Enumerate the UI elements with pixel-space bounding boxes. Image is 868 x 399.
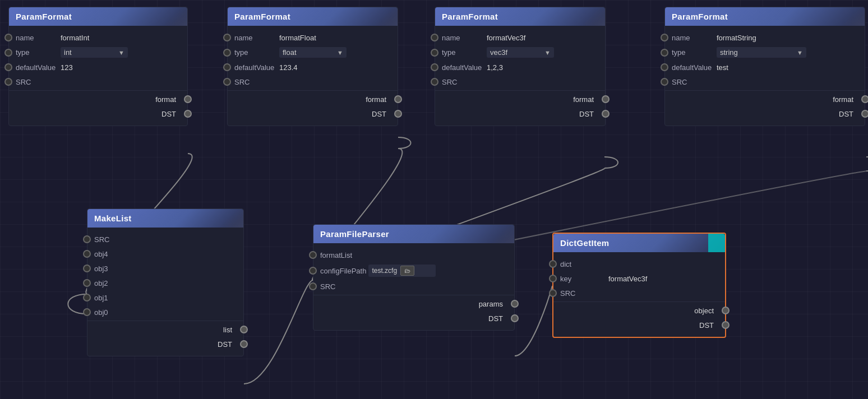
dictgetitem-key-row: key formatVec3f: [553, 271, 725, 286]
dictgetitem-key-port-left[interactable]: [549, 275, 557, 282]
paramformat4-type-dropdown[interactable]: string ▼: [717, 47, 806, 58]
paramformat1-type-dropdown[interactable]: int ▼: [61, 47, 128, 58]
paramformat1-name-port-left[interactable]: [4, 34, 12, 41]
paramformat3-format-row: format: [435, 92, 605, 106]
paramformat2-title: ParamFormat: [234, 12, 290, 21]
paramformat2-format-port-right[interactable]: [394, 95, 402, 103]
paramformat2-defaultvalue-port-left[interactable]: [223, 63, 231, 71]
paramformat2-dst-row: DST: [228, 106, 398, 121]
paramformat3-src-port-left[interactable]: [431, 78, 438, 86]
paramformat1-format-row: format: [9, 92, 187, 106]
paramformat4-header: ParamFormat: [665, 7, 865, 26]
dictgetitem-dict-port-left[interactable]: [549, 260, 557, 268]
paramfileparser-node: ParamFileParser formatList configFilePat…: [313, 224, 515, 331]
dictgetitem-dst-port-right[interactable]: [722, 321, 730, 329]
makelist-obj1-port-left[interactable]: [83, 294, 91, 301]
paramformat3-name-port-left[interactable]: [431, 34, 438, 41]
makelist-dst-port-right[interactable]: [240, 340, 248, 348]
paramformat1-type-port-left[interactable]: [4, 49, 12, 57]
paramformat4-defaultvalue-row: defaultValue test: [665, 60, 865, 75]
paramformat3-format-port-right[interactable]: [602, 95, 610, 103]
paramfileparser-src-row: SRC: [313, 279, 514, 294]
paramformat4-node: ParamFormat name formatString type strin…: [664, 7, 865, 126]
paramformat1-defaultvalue-port-left[interactable]: [4, 63, 12, 71]
makelist-src-port-left[interactable]: [83, 235, 91, 243]
paramformat2-dropdown-arrow: ▼: [337, 49, 343, 56]
paramformat3-defaultvalue-port-left[interactable]: [431, 63, 438, 71]
paramformat4-dst-port-right[interactable]: [861, 110, 868, 118]
dictgetitem-object-row: object: [553, 303, 725, 318]
paramfileparser-formatlist-row: formatList: [313, 248, 514, 262]
paramformat1-dropdown-arrow: ▼: [118, 49, 124, 56]
paramformat4-name-row: name formatString: [665, 30, 865, 45]
paramformat1-name-row: name formatInt: [9, 30, 187, 45]
paramformat2-src-port-left[interactable]: [223, 78, 231, 86]
paramformat1-header: ParamFormat: [9, 7, 187, 26]
paramformat3-type-port-left[interactable]: [431, 49, 438, 57]
paramformat2-name-port-left[interactable]: [223, 34, 231, 41]
paramformat2-src-row: SRC: [228, 75, 398, 89]
dictgetitem-header-teal: [708, 234, 725, 252]
paramformat2-dst-port-right[interactable]: [394, 110, 402, 118]
paramformat4-src-row: SRC: [665, 75, 865, 89]
paramfileparser-configfilepath-port-left[interactable]: [309, 267, 317, 275]
makelist-obj3-row: obj3: [87, 261, 243, 276]
makelist-src-row: SRC: [87, 232, 243, 247]
paramfileparser-header: ParamFileParser: [313, 225, 514, 243]
paramformat3-type-dropdown[interactable]: vec3f ▼: [487, 47, 554, 58]
paramfileparser-configfilepath-row: configFilePath test.zcfg 🗁: [313, 262, 514, 279]
paramformat1-src-row: SRC: [9, 75, 187, 89]
paramformat2-type-dropdown[interactable]: float ▼: [279, 47, 347, 58]
makelist-list-port-right[interactable]: [240, 326, 248, 333]
makelist-obj3-port-left[interactable]: [83, 265, 91, 272]
paramformat3-node: ParamFormat name formatVec3f type vec3f …: [435, 7, 606, 126]
paramformat2-format-row: format: [228, 92, 398, 106]
paramformat4-src-port-left[interactable]: [661, 78, 668, 86]
paramformat3-dst-row: DST: [435, 106, 605, 121]
paramfileparser-params-row: params: [313, 296, 514, 311]
paramformat3-name-row: name formatVec3f: [435, 30, 605, 45]
paramformat4-defaultvalue-port-left[interactable]: [661, 63, 668, 71]
paramformat3-src-row: SRC: [435, 75, 605, 89]
makelist-obj0-port-left[interactable]: [83, 308, 91, 316]
makelist-obj1-row: obj1: [87, 290, 243, 305]
dictgetitem-header: DictGetItem: [553, 234, 725, 252]
dictgetitem-src-port-left[interactable]: [549, 289, 557, 297]
paramformat2-type-port-left[interactable]: [223, 49, 231, 57]
paramformat1-format-port-right[interactable]: [184, 95, 192, 103]
makelist-obj2-row: obj2: [87, 276, 243, 290]
paramformat3-header: ParamFormat: [435, 7, 605, 26]
paramformat4-format-port-right[interactable]: [861, 95, 868, 103]
makelist-obj4-port-left[interactable]: [83, 250, 91, 258]
paramformat1-src-port-left[interactable]: [4, 78, 12, 86]
paramfileparser-params-port-right[interactable]: [511, 300, 519, 308]
paramformat1-dst-port-right[interactable]: [184, 110, 192, 118]
dictgetitem-node: DictGetItem dict key formatVec3f SRC obj…: [552, 233, 726, 338]
paramformat3-dst-port-right[interactable]: [602, 110, 610, 118]
paramformat2-node: ParamFormat name formatFloat type float …: [227, 7, 398, 126]
paramformat4-name-port-left[interactable]: [661, 34, 668, 41]
paramformat4-format-row: format: [665, 92, 865, 106]
makelist-obj0-row: obj0: [87, 305, 243, 319]
paramformat2-defaultvalue-row: defaultValue 123.4: [228, 60, 398, 75]
paramfileparser-formatlist-port-left[interactable]: [309, 251, 317, 259]
paramformat4-title: ParamFormat: [672, 12, 728, 21]
paramfileparser-dst-port-right[interactable]: [511, 314, 519, 322]
paramfileparser-filepath-input[interactable]: test.zcfg 🗁: [368, 265, 436, 277]
paramformat2-name-row: name formatFloat: [228, 30, 398, 45]
paramformat1-title: ParamFormat: [16, 12, 72, 21]
dictgetitem-dst-row: DST: [553, 318, 725, 332]
makelist-title: MakeList: [94, 214, 132, 223]
dictgetitem-src-row: SRC: [553, 286, 725, 300]
paramfileparser-browse-button[interactable]: 🗁: [400, 266, 414, 276]
paramformat3-title: ParamFormat: [442, 12, 498, 21]
paramformat2-type-row: type float ▼: [228, 45, 398, 60]
makelist-node: MakeList SRC obj4 obj3 obj2 obj1 obj0: [87, 208, 244, 356]
dictgetitem-object-port-right[interactable]: [722, 307, 730, 314]
paramformat4-dst-row: DST: [665, 106, 865, 121]
makelist-dst-row: DST: [87, 337, 243, 351]
dictgetitem-dict-row: dict: [553, 257, 725, 271]
makelist-obj2-port-left[interactable]: [83, 279, 91, 287]
paramformat4-type-port-left[interactable]: [661, 49, 668, 57]
paramfileparser-src-port-left[interactable]: [309, 282, 317, 290]
